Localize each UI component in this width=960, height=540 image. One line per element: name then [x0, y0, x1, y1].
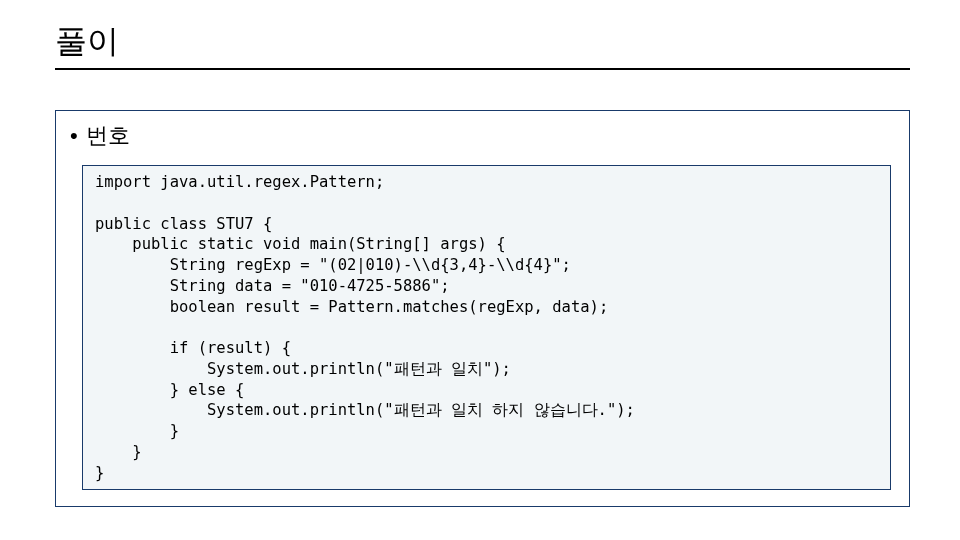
- code-line: System.out.println("패턴과 일치");: [95, 360, 511, 378]
- page-title: 풀이: [55, 20, 910, 70]
- code-line: String regExp = "(02|010)-\\d{3,4}-\\d{4…: [95, 256, 571, 274]
- code-line: }: [95, 422, 179, 440]
- code-box: import java.util.regex.Pattern; public c…: [82, 165, 891, 490]
- slide: 풀이 • 번호 import java.util.regex.Pattern; …: [0, 0, 960, 540]
- code-line: if (result) {: [95, 339, 291, 357]
- bullet-icon: •: [70, 125, 78, 147]
- code-line: import java.util.regex.Pattern;: [95, 173, 384, 191]
- code-line: System.out.println("패턴과 일치 하지 않습니다.");: [95, 401, 635, 419]
- code-line: String data = "010-4725-5886";: [95, 277, 450, 295]
- code-line: }: [95, 464, 104, 482]
- code-line: }: [95, 443, 142, 461]
- code-line: public class STU7 {: [95, 215, 272, 233]
- code-line: public static void main(String[] args) {: [95, 235, 506, 253]
- bullet-row: • 번호: [70, 121, 891, 151]
- bullet-label: 번호: [86, 121, 130, 151]
- code-line: boolean result = Pattern.matches(regExp,…: [95, 298, 608, 316]
- content-box: • 번호 import java.util.regex.Pattern; pub…: [55, 110, 910, 507]
- code-line: } else {: [95, 381, 244, 399]
- code-block: import java.util.regex.Pattern; public c…: [95, 172, 878, 483]
